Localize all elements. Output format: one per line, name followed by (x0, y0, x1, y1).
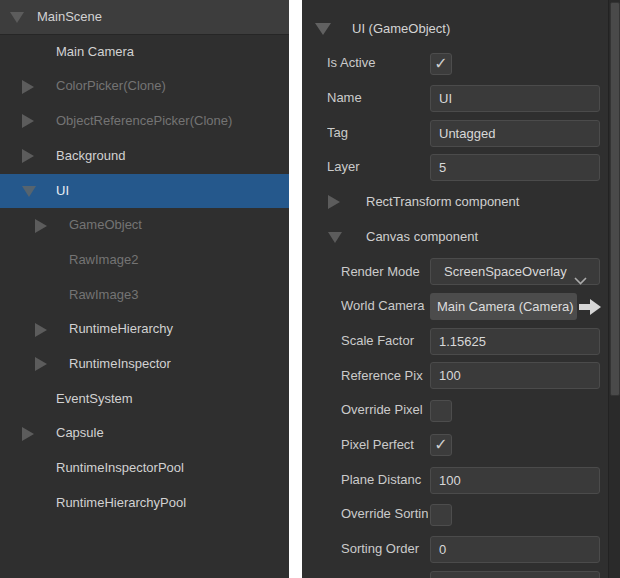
inspector-title: UI (GameObject) (352, 12, 450, 47)
component-header-label: Canvas component (366, 220, 478, 255)
field-label-tag: Tag (327, 116, 428, 151)
hierarchy-item-label: ObjectReferencePicker(Clone) (56, 104, 232, 139)
expand-arrow-icon[interactable] (22, 80, 34, 94)
field-label-pixel-perfect: Pixel Perfect (341, 428, 428, 463)
hierarchy-item-label: RuntimeHierarchy (69, 312, 173, 347)
field-label-reference-pix: Reference Pix (341, 359, 428, 394)
hierarchy-item-label: ColorPicker(Clone) (56, 69, 166, 104)
expand-arrow-icon[interactable] (22, 149, 34, 163)
hierarchy-item-label: MainScene (37, 0, 102, 35)
expand-arrow-icon[interactable] (328, 195, 340, 209)
hierarchy-item-label: EventSystem (56, 382, 133, 417)
hierarchy-item-background[interactable]: Background (0, 139, 289, 174)
inspector-row-override-pixel: Override Pixel (302, 393, 620, 428)
name-input[interactable] (430, 85, 600, 112)
render-mode-dropdown[interactable]: ScreenSpaceOverlay (430, 258, 600, 285)
field-label-scale-factor: Scale Factor (341, 324, 428, 359)
collapse-arrow-icon[interactable] (10, 12, 24, 23)
field-label-name: Name (327, 81, 428, 116)
reference-pix-input[interactable] (430, 362, 600, 389)
hierarchy-item-main-camera[interactable]: Main Camera (0, 35, 289, 70)
hierarchy-item-label: GameObject (69, 208, 142, 243)
inspector-row-tag: Tag (302, 116, 620, 151)
field-label-layer: Layer (327, 150, 428, 185)
hierarchy-item-label: Capsule (56, 416, 104, 451)
override-sortin-checkbox[interactable] (430, 504, 452, 526)
field-label-render-mode: Render Mode (341, 255, 428, 290)
hierarchy-item-label: Background (56, 139, 125, 174)
blank-input[interactable] (430, 571, 600, 578)
inspector-row-plane-distanc: Plane Distanc (302, 463, 620, 498)
inspect-reference-arrow-icon[interactable] (578, 299, 602, 318)
layer-input[interactable] (430, 154, 600, 181)
hierarchy-item-ui[interactable]: UI (0, 174, 289, 209)
expand-arrow-icon[interactable] (35, 323, 47, 337)
collapse-arrow-icon[interactable] (328, 232, 342, 243)
inspector-row-pixel-perfect: Pixel Perfect✓ (302, 428, 620, 463)
collapse-arrow-icon[interactable] (22, 186, 36, 197)
inspector-row-layer: Layer (302, 150, 620, 185)
expand-arrow-icon[interactable] (22, 114, 34, 128)
hierarchy-item-label: UI (56, 174, 69, 209)
inspector-row-is-active: Is Active✓ (302, 46, 620, 81)
plane-distanc-input[interactable] (430, 467, 600, 494)
inspector-row-ui-gameobject[interactable]: UI (GameObject) (302, 12, 620, 47)
hierarchy-item-label: RuntimeHierarchyPool (56, 486, 186, 521)
inspector-panel: UI (GameObject)Is Active✓NameTagLayerRec… (302, 0, 620, 578)
pixel-perfect-checkbox[interactable]: ✓ (430, 434, 452, 456)
inspector-row-blank (302, 567, 620, 578)
hierarchy-item-runtimeinspector[interactable]: RuntimeInspector (0, 347, 289, 382)
field-label-plane-distanc: Plane Distanc (341, 463, 428, 498)
sorting-order-input[interactable] (430, 536, 600, 563)
is-active-checkbox[interactable]: ✓ (430, 53, 452, 75)
checkmark-icon: ✓ (434, 55, 447, 72)
inspector-row-name: Name (302, 81, 620, 116)
hierarchy-item-label: RawImage3 (69, 278, 138, 313)
hierarchy-item-capsule[interactable]: Capsule (0, 416, 289, 451)
hierarchy-item-eventsystem[interactable]: EventSystem (0, 382, 289, 417)
collapse-arrow-icon[interactable] (315, 23, 331, 35)
dropdown-selected-value: ScreenSpaceOverlay (444, 264, 567, 279)
field-label-override-pixel: Override Pixel (341, 393, 428, 428)
scale-factor-input[interactable] (430, 328, 600, 355)
inspector-scrollbar-thumb[interactable] (610, 2, 620, 396)
field-label-override-sortin: Override Sortin (341, 497, 428, 532)
expand-arrow-icon[interactable] (22, 427, 34, 441)
world-camera-object-reference-button[interactable]: Main Camera (Camera) (430, 293, 577, 320)
hierarchy-item-gameobject[interactable]: GameObject (0, 208, 289, 243)
tag-input[interactable] (430, 120, 600, 147)
hierarchy-item-runtimeinspectorpool[interactable]: RuntimeInspectorPool (0, 451, 289, 486)
override-pixel-checkbox[interactable] (430, 400, 452, 422)
hierarchy-item-rawimage3[interactable]: RawImage3 (0, 278, 289, 313)
expand-arrow-icon[interactable] (35, 219, 47, 233)
hierarchy-item-objectreferencepicker-clone[interactable]: ObjectReferencePicker(Clone) (0, 104, 289, 139)
inspector-row-override-sortin: Override Sortin (302, 497, 620, 532)
runtime-inspector-screen: MainSceneMain CameraColorPicker(Clone)Ob… (0, 0, 620, 578)
hierarchy-item-label: RuntimeInspectorPool (56, 451, 184, 486)
hierarchy-item-label: RawImage2 (69, 243, 138, 278)
hierarchy-panel: MainSceneMain CameraColorPicker(Clone)Ob… (0, 0, 289, 578)
inspector-row-reference-pix: Reference Pix (302, 359, 620, 394)
hierarchy-item-label: RuntimeInspector (69, 347, 171, 382)
hierarchy-item-rawimage2[interactable]: RawImage2 (0, 243, 289, 278)
hierarchy-item-runtimehierarchypool[interactable]: RuntimeHierarchyPool (0, 486, 289, 521)
inspector-row-canvas-component[interactable]: Canvas component (302, 220, 620, 255)
expand-arrow-icon[interactable] (35, 357, 47, 371)
inspector-row-sorting-order: Sorting Order (302, 532, 620, 567)
field-label-is-active: Is Active (327, 46, 428, 81)
hierarchy-item-mainscene[interactable]: MainScene (0, 0, 289, 35)
inspector-row-scale-factor: Scale Factor (302, 324, 620, 359)
field-label-sorting-order: Sorting Order (341, 532, 428, 567)
inspector-row-world-camera: World CameraMain Camera (Camera) (302, 289, 620, 324)
checkmark-icon: ✓ (434, 436, 447, 453)
hierarchy-item-runtimehierarchy[interactable]: RuntimeHierarchy (0, 312, 289, 347)
hierarchy-item-label: Main Camera (56, 35, 134, 70)
component-header-label: RectTransform component (366, 185, 519, 220)
inspector-row-recttransform-component[interactable]: RectTransform component (302, 185, 620, 220)
field-label-world-camera: World Camera (341, 289, 428, 324)
inspector-row-render-mode: Render ModeScreenSpaceOverlay (302, 255, 620, 290)
hierarchy-item-colorpicker-clone[interactable]: ColorPicker(Clone) (0, 69, 289, 104)
